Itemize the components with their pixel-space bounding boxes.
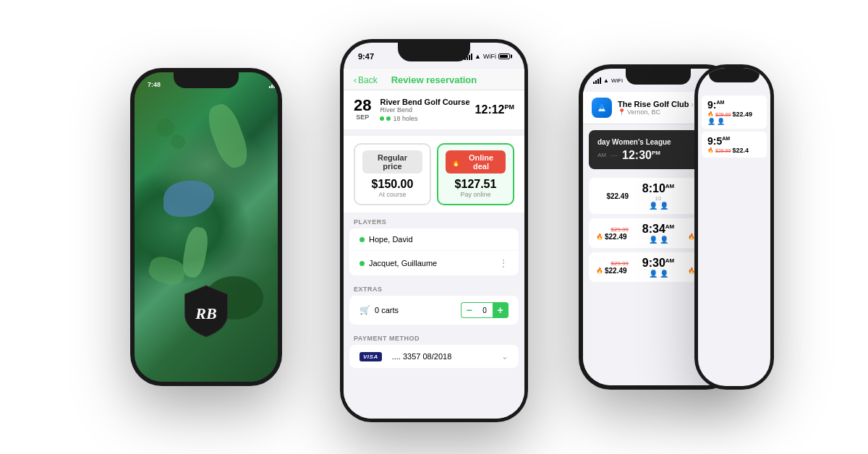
partial-person-icon: 👤 — [707, 118, 715, 125]
player-list: Hope, David Jacquet, Guillaume ⋮ — [349, 228, 519, 275]
partial-price-final-2: $22.4 — [732, 147, 749, 154]
regular-price-label: At course — [362, 191, 422, 198]
person-icon-4: 👤 — [660, 236, 668, 244]
partial-time-val-1: 9:AM — [707, 99, 761, 111]
deal-price-card[interactable]: 🔥 Online deal $127.51 Pay online — [437, 143, 514, 205]
rise-location: 📍 Vernon, BC — [618, 108, 694, 116]
tee-price-left-3: $29.99 🔥 $22.49 — [596, 260, 629, 275]
date-number: 28 — [354, 98, 371, 113]
counter-minus-button[interactable]: − — [461, 302, 477, 318]
center-status-bar: 9:47 ▲ WiFi — [358, 48, 510, 64]
league-time-label: AM — [597, 152, 606, 158]
counter-value: 0 — [477, 302, 493, 318]
player-name-2: Jacquet, Guillaume — [359, 259, 437, 267]
deal-price-header: 🔥 Online deal — [446, 150, 506, 174]
scene: 7:48 ▲ — [109, 17, 760, 437]
phone-left: 7:48 ▲ — [130, 68, 282, 386]
partial-right-phone: 9:AM 🔥 $29.99 $22.49 👤 👤 9:5AM 🔥 — [694, 64, 774, 390]
price-options: Regular price $150.00 At course 🔥 Online… — [344, 136, 524, 213]
booking-date: 28 SEP River Bend Golf Course River Bend… — [354, 98, 470, 122]
tee-time-center-3: 9:30AM 👤 👤 — [629, 257, 688, 278]
partial-deal-row-2: 🔥 $29.99 $22.4 — [707, 147, 761, 154]
players-section-header: PLAYERS — [344, 213, 524, 228]
player-menu-icon[interactable]: ⋮ — [498, 257, 509, 269]
person-icon-6: 👤 — [660, 270, 668, 278]
course-holes: 18 holes — [380, 115, 469, 122]
left-phone-time: 7:48 — [148, 81, 161, 88]
flame-icon: 🔥 — [451, 158, 460, 166]
deal-price-strike-left: $29.99 — [596, 226, 629, 233]
counter[interactable]: − 0 + — [461, 302, 509, 318]
extras-row: 🛒 0 carts − 0 + — [349, 296, 519, 325]
flame-icon-left-3: 🔥 — [596, 267, 603, 274]
cart-icon: 🛒 — [359, 305, 370, 315]
date-block: 28 SEP — [354, 98, 371, 121]
back-button[interactable]: ‹ Back — [354, 75, 378, 85]
person-icon-5: 👤 — [649, 270, 658, 278]
center-time: 9:47 — [358, 52, 374, 61]
rise-club-name: The Rise Golf Club — [618, 100, 689, 108]
person-icon-3: 👤 — [649, 236, 658, 244]
extras-section-header: EXTRAS — [344, 280, 524, 296]
league-info: day Women's League AM — 12:30PM — [597, 138, 695, 162]
tee-time-main-1: 8:10AM — [642, 182, 674, 195]
player-name-1: Hope, David — [359, 235, 413, 244]
deal-final-left-3: $22.49 — [605, 267, 627, 275]
partial-flame-icon: 🔥 — [707, 111, 714, 117]
league-name: day Women's League — [597, 138, 695, 146]
regular-price-header: Regular price — [362, 150, 422, 174]
date-month: SEP — [354, 113, 371, 121]
deal-price-amount: $127.51 — [446, 178, 506, 191]
landscape-detail-2 — [156, 119, 174, 137]
tee-time-center-2: 8:34AM 👤 👤 — [629, 223, 688, 244]
holes-dot-2 — [386, 116, 391, 121]
svg-point-2 — [600, 105, 604, 109]
holes-dot — [380, 116, 384, 121]
player-item: Hope, David — [349, 228, 519, 251]
svg-text:RB: RB — [195, 304, 216, 322]
partial-price-final: $22.49 — [732, 111, 752, 118]
tee-icons-2: 👤 👤 — [649, 236, 668, 244]
deal-final-left: $22.49 — [605, 233, 627, 241]
course-name: River Bend Golf Course — [380, 98, 469, 106]
booking-time: 12:12PM — [475, 103, 514, 116]
league-start-time: 12:30PM — [622, 149, 660, 162]
booking-header: 28 SEP River Bend Golf Course River Bend… — [344, 90, 524, 130]
tee-time-center-1: 8:10AM 10 👤 👤 — [629, 182, 688, 210]
player-item-2: Jacquet, Guillaume ⋮ — [349, 251, 519, 275]
nav-title: Review reservation — [391, 74, 477, 85]
person-icon: 👤 — [649, 202, 658, 210]
regular-price-card[interactable]: Regular price $150.00 At course — [354, 143, 431, 205]
payment-info: .... 3357 08/2018 — [392, 352, 452, 361]
counter-plus-button[interactable]: + — [493, 302, 509, 318]
rise-logo — [592, 98, 612, 118]
person-icon-2: 👤 — [660, 202, 668, 210]
partial-deal-price: $29.99 — [715, 112, 731, 117]
chevron-down-icon: ⌄ — [501, 351, 509, 361]
course-info: River Bend Golf Course River Bend 18 hol… — [377, 98, 469, 122]
partial-time-val-2: 9:5AM — [707, 135, 761, 147]
tee-price-left-1: $22.49 — [596, 192, 629, 200]
rb-logo: RB — [183, 284, 230, 338]
league-time-row: AM — 12:30PM — [597, 149, 695, 162]
tee-time-main-2: 8:34AM — [642, 223, 674, 236]
tee-spots-1: 10 — [655, 195, 662, 202]
deal-price-strike-left-3: $29.99 — [596, 260, 629, 267]
partial-deal-row-1: 🔥 $29.99 $22.49 — [707, 111, 761, 118]
landscape-detail-3 — [171, 134, 185, 149]
tee-icons-1: 👤 👤 — [649, 202, 668, 210]
partial-time-list: 9:AM 🔥 $29.99 $22.49 👤 👤 9:5AM 🔥 — [698, 90, 770, 160]
payment-section-header: PAYMENT METHOD — [344, 329, 524, 345]
tee-icons-3: 👤 👤 — [649, 270, 668, 278]
chevron-right-icon: › — [691, 100, 693, 108]
partial-time-item-1: 9:AM 🔥 $29.99 $22.49 👤 👤 — [702, 95, 767, 129]
partial-time-item-2: 9:5AM 🔥 $29.99 $22.4 — [702, 132, 767, 158]
regular-price-amount: $150.00 — [362, 178, 422, 191]
partial-deal-price-2: $29.99 — [715, 148, 731, 153]
tee-time-main-3: 9:30AM — [642, 257, 674, 270]
center-content: ‹ Back Review reservation 28 SEP River B… — [344, 69, 524, 419]
phone-center: 9:47 ▲ WiFi ‹ — [340, 39, 528, 422]
payment-row[interactable]: VISA .... 3357 08/2018 ⌄ — [349, 345, 519, 368]
player-dot-2 — [359, 261, 365, 266]
extras-label: 🛒 0 carts — [359, 305, 399, 315]
